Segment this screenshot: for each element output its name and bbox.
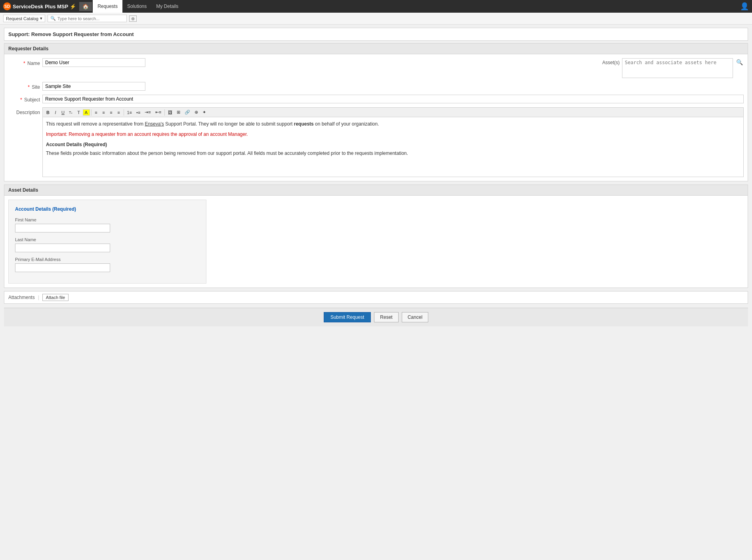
asset-panel-header: Asset Details	[4, 185, 748, 196]
firstname-label: First Name	[15, 217, 200, 222]
toolbar-sep1	[91, 109, 92, 116]
brand-logo: SD ServiceDesk Plus MSP ⚡	[3, 2, 76, 10]
top-navigation: SD ServiceDesk Plus MSP ⚡ 🏠 Requests Sol…	[0, 0, 752, 13]
catalog-select[interactable]: Request Catalog ▾	[3, 15, 45, 22]
attachments-bar: Attachments | Attach file	[4, 291, 748, 304]
toolbar-spellcheck[interactable]: ✦	[200, 109, 208, 116]
lastname-input[interactable]	[15, 244, 110, 252]
toolbar-bold[interactable]: B	[44, 109, 52, 116]
toolbar-align-justify[interactable]: ≡	[115, 109, 122, 116]
site-label: * Site	[8, 83, 40, 90]
toolbar-align-right[interactable]: ≡	[108, 109, 115, 116]
submit-request-button[interactable]: Submit Request	[324, 312, 371, 322]
editor-toolbar: B I U Tₓ T A ≡ ≡ ≡ ≡ 1≡ •≡ ⇥≡	[43, 108, 743, 117]
subject-required-star: *	[20, 97, 22, 103]
brand-name: ServiceDesk Plus MSP	[13, 4, 68, 10]
toolbar-sep3	[164, 109, 165, 116]
reset-button[interactable]: Reset	[374, 312, 398, 322]
nav-item-solutions[interactable]: Solutions	[122, 0, 151, 13]
email-label: Primary E-Mail Address	[15, 257, 200, 262]
description-label: Description	[8, 107, 40, 115]
toolbar-underline[interactable]: U	[59, 109, 67, 116]
clear-icon: ⊕	[129, 15, 137, 22]
asset-field-firstname: First Name	[15, 217, 200, 232]
page-title: Support: Remove Support Requester from A…	[8, 31, 134, 37]
requester-panel-header: Requester Details	[4, 44, 748, 54]
cancel-button[interactable]: Cancel	[402, 312, 428, 322]
toolbar-table[interactable]: ⊞	[175, 109, 182, 116]
name-assets-row: * Name Asset(s) 🔍	[4, 54, 748, 82]
subject-input[interactable]	[42, 95, 744, 103]
name-label: * Name	[8, 59, 40, 66]
asset-details-panel: Asset Details Account Details (Required)…	[4, 185, 748, 288]
search-input[interactable]	[57, 16, 121, 21]
site-input[interactable]	[42, 82, 145, 91]
toolbar-italic[interactable]: I	[52, 109, 59, 116]
toolbar-font-size[interactable]: Tₓ	[67, 110, 75, 115]
toolbar-unordered-list[interactable]: •≡	[134, 109, 142, 116]
toolbar-link[interactable]: 🔗	[183, 109, 192, 116]
asset-details-body: Account Details (Required) First Name La…	[4, 196, 748, 288]
assets-section: Asset(s) 🔍	[602, 58, 744, 78]
asset-search-icon: 🔍	[736, 59, 743, 65]
search-bar-row: Request Catalog ▾ 🔍 ⊕	[0, 13, 752, 25]
nav-item-my-details[interactable]: My Details	[151, 0, 183, 13]
footer-bar: Submit Request Reset Cancel	[4, 308, 748, 326]
attachments-label: Attachments	[8, 295, 35, 300]
desc-line-bold: Account Details (Required)	[46, 141, 740, 148]
catalog-label: Request Catalog	[6, 16, 38, 21]
asset-field-lastname: Last Name	[15, 237, 200, 252]
firstname-input[interactable]	[15, 224, 110, 232]
toolbar-outdent[interactable]: ⇤≡	[153, 109, 163, 116]
subject-row: * Subject	[4, 95, 748, 107]
assets-search-input[interactable]	[622, 58, 733, 78]
toolbar-sep2	[124, 109, 124, 116]
toolbar-emoticon[interactable]: ⊕	[193, 109, 200, 116]
user-icon[interactable]: 👤	[740, 2, 749, 11]
name-section: * Name	[8, 58, 145, 67]
toolbar-image[interactable]: 🖼	[166, 109, 174, 116]
requester-details-panel: Requester Details * Name Asset(s)	[4, 43, 748, 181]
page-title-bar: Support: Remove Support Requester from A…	[4, 28, 748, 41]
search-clear-button[interactable]: ⊕	[129, 16, 137, 21]
site-required-star: *	[28, 84, 30, 90]
asset-field-email: Primary E-Mail Address	[15, 257, 200, 272]
name-input[interactable]	[42, 58, 145, 67]
asset-card-title: Account Details (Required)	[15, 206, 200, 212]
assets-input-wrap	[622, 58, 733, 78]
name-required-star: *	[23, 61, 25, 66]
site-row: * Site	[4, 82, 748, 95]
search-magnifier-icon: 🔍	[50, 16, 56, 21]
toolbar-ordered-list[interactable]: 1≡	[125, 109, 134, 116]
page-content: Support: Remove Support Requester from A…	[0, 25, 752, 330]
desc-line-important: Important: Removing a requester from an …	[46, 131, 740, 138]
toolbar-font-color[interactable]: T	[75, 109, 82, 116]
asset-card: Account Details (Required) First Name La…	[8, 200, 206, 284]
search-input-wrap: 🔍	[48, 15, 127, 22]
toolbar-align-center[interactable]: ≡	[100, 109, 107, 116]
attachments-separator: |	[38, 295, 39, 300]
description-editor: B I U Tₓ T A ≡ ≡ ≡ ≡ 1≡ •≡ ⇥≡	[42, 107, 744, 177]
nav-item-requests[interactable]: Requests	[93, 0, 122, 13]
enseva-link: Enseva's	[145, 121, 164, 127]
editor-content[interactable]: This request will remove a representativ…	[43, 117, 743, 177]
brand-icon: SD	[3, 2, 11, 10]
desc-line1: This request will remove a representativ…	[46, 120, 740, 128]
toolbar-highlight[interactable]: A	[83, 109, 90, 116]
subject-label: * Subject	[8, 95, 40, 103]
lastname-label: Last Name	[15, 237, 200, 242]
home-button[interactable]: 🏠	[79, 2, 92, 11]
brand-lightning: ⚡	[70, 4, 76, 10]
description-row: Description B I U Tₓ T A ≡ ≡ ≡ ≡	[4, 107, 748, 181]
catalog-dropdown-icon: ▾	[40, 16, 42, 21]
attach-file-button[interactable]: Attach file	[42, 294, 69, 301]
assets-label: Asset(s)	[602, 58, 620, 65]
asset-icon-button[interactable]: 🔍	[735, 58, 744, 66]
toolbar-indent[interactable]: ⇥≡	[143, 109, 153, 116]
desc-line-details: These fields provide basic information a…	[46, 150, 740, 157]
toolbar-align-left[interactable]: ≡	[93, 109, 100, 116]
email-input[interactable]	[15, 263, 110, 272]
